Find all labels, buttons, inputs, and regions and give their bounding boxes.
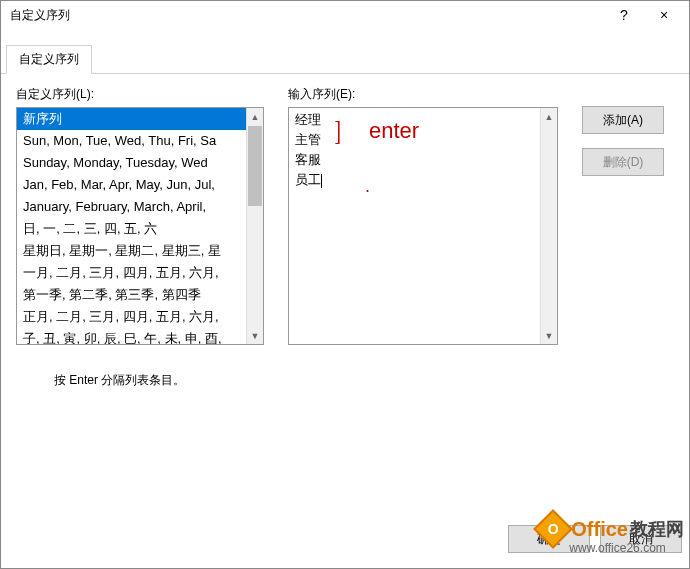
listbox-scrollbar[interactable]: ▲ ▼: [246, 108, 263, 344]
cancel-button[interactable]: 取消: [600, 525, 682, 553]
ok-button[interactable]: 确定: [508, 525, 590, 553]
custom-lists-inner: 新序列Sun, Mon, Tue, Wed, Thu, Fri, SaSunda…: [17, 108, 263, 344]
entry-line: 员工: [295, 170, 551, 190]
list-item[interactable]: Jan, Feb, Mar, Apr, May, Jun, Jul,: [17, 174, 263, 196]
titlebar: 自定义序列 ? ×: [0, 0, 690, 30]
list-item[interactable]: January, February, March, April,: [17, 196, 263, 218]
custom-lists-label: 自定义序列(L):: [16, 86, 264, 103]
entry-scroll-up-icon[interactable]: ▲: [541, 108, 557, 125]
entry-line: 客服: [295, 150, 551, 170]
scroll-track[interactable]: [247, 207, 263, 327]
list-item[interactable]: 第一季, 第二季, 第三季, 第四季: [17, 284, 263, 306]
dialog-footer: 确定 取消: [508, 525, 682, 553]
close-button[interactable]: ×: [644, 0, 684, 30]
entry-scroll-track[interactable]: [541, 125, 557, 327]
annotation-dot-icon: ·: [365, 180, 370, 201]
window-title: 自定义序列: [6, 7, 604, 24]
list-item[interactable]: 星期日, 星期一, 星期二, 星期三, 星: [17, 240, 263, 262]
annotation-bracket-icon: ]: [334, 112, 341, 150]
entry-scrollbar[interactable]: ▲ ▼: [540, 108, 557, 344]
entry-line: 主管: [295, 130, 551, 150]
scroll-thumb[interactable]: [248, 126, 262, 206]
entry-scroll-down-icon[interactable]: ▼: [541, 327, 557, 344]
entry-text-area: 经理主管客服员工: [295, 110, 551, 190]
delete-button[interactable]: 删除(D): [582, 148, 664, 176]
list-item[interactable]: Sunday, Monday, Tuesday, Wed: [17, 152, 263, 174]
custom-lists-box[interactable]: 新序列Sun, Mon, Tue, Wed, Thu, Fri, SaSunda…: [16, 107, 264, 345]
hint-text: 按 Enter 分隔列表条目。: [54, 372, 185, 389]
help-button[interactable]: ?: [604, 0, 644, 30]
list-entries-textarea[interactable]: 经理主管客服员工 ] enter · ▲ ▼: [288, 107, 558, 345]
list-item[interactable]: 日, 一, 二, 三, 四, 五, 六: [17, 218, 263, 240]
add-button[interactable]: 添加(A): [582, 106, 664, 134]
list-item[interactable]: 正月, 二月, 三月, 四月, 五月, 六月,: [17, 306, 263, 328]
list-item[interactable]: Sun, Mon, Tue, Wed, Thu, Fri, Sa: [17, 130, 263, 152]
entry-line: 经理: [295, 110, 551, 130]
entry-label: 输入序列(E):: [288, 86, 558, 103]
scroll-up-icon[interactable]: ▲: [247, 108, 263, 125]
list-item[interactable]: 一月, 二月, 三月, 四月, 五月, 六月,: [17, 262, 263, 284]
list-item[interactable]: 新序列: [17, 108, 263, 130]
tab-custom-lists[interactable]: 自定义序列: [6, 45, 92, 74]
annotation-text: enter: [369, 118, 419, 144]
list-item[interactable]: 子, 丑, 寅, 卯, 辰, 巳, 午, 未, 申, 酉,: [17, 328, 263, 344]
tab-strip: 自定义序列: [0, 48, 690, 74]
scroll-down-icon[interactable]: ▼: [247, 327, 263, 344]
text-cursor: [321, 174, 322, 188]
